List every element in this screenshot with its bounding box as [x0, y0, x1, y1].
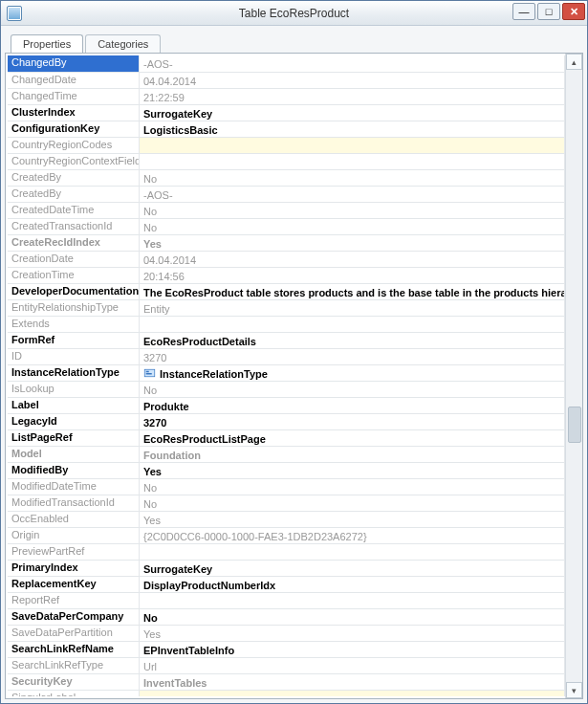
property-value[interactable]: No	[140, 219, 565, 234]
property-row[interactable]: CreatedBy-AOS-	[8, 186, 565, 202]
property-value[interactable]: DisplayProductNumberIdx	[140, 577, 565, 592]
property-row[interactable]: SaveDataPerPartitionYes	[8, 625, 565, 641]
property-row[interactable]: ModifiedByYes	[8, 462, 565, 478]
property-value[interactable]: Entity	[140, 300, 565, 316]
property-value[interactable]: Yes	[140, 626, 565, 641]
property-row[interactable]: SearchLinkRefTypeUrl	[8, 657, 565, 673]
property-value[interactable]: 21:22:59	[140, 89, 565, 104]
property-name: ReplacementKey	[8, 577, 140, 592]
property-value[interactable]: InventTables	[140, 674, 565, 690]
property-row[interactable]: ModifiedDateTimeNo	[8, 478, 565, 495]
property-name: ModifiedDateTime	[8, 479, 140, 495]
property-value[interactable]: EcoResProductListPage	[140, 430, 565, 446]
property-value[interactable]: EPInventTableInfo	[140, 642, 565, 657]
property-value[interactable]: The EcoResProduct table stores products …	[140, 284, 565, 299]
property-row[interactable]: SaveDataPerCompanyNo	[8, 608, 565, 625]
property-row[interactable]: CountryRegionContextField	[8, 153, 565, 169]
tab-label: Categories	[98, 38, 148, 50]
tab-categories[interactable]: Categories	[85, 34, 161, 53]
property-row[interactable]: CreatedDateTimeNo	[8, 202, 565, 218]
property-row[interactable]: IsLookupNo	[8, 381, 565, 397]
property-value[interactable]: Yes	[140, 235, 565, 251]
property-row[interactable]: CreationDate04.04.2014	[8, 251, 565, 267]
maximize-button[interactable]: □	[537, 3, 560, 20]
property-row[interactable]: PrimaryIndexSurrogateKey	[8, 560, 565, 576]
property-value[interactable]: SurrogateKey	[140, 561, 565, 576]
property-row[interactable]: CreatedByNo	[8, 169, 565, 186]
property-value[interactable]: No	[140, 203, 565, 218]
property-row[interactable]: CreatedTransactionIdNo	[8, 218, 565, 234]
property-row[interactable]: LabelProdukte	[8, 397, 565, 413]
property-row[interactable]: CreationTime20:14:56	[8, 267, 565, 283]
scroll-up-button[interactable]: ▴	[566, 54, 582, 70]
property-value[interactable]: {2C0D0CC6-0000-1000-FAE3-1DB2D23A6272}	[140, 528, 565, 543]
property-value[interactable]: 20:14:56	[140, 268, 565, 283]
property-value[interactable]	[140, 317, 565, 332]
property-row[interactable]: ID3270	[8, 348, 565, 364]
property-value[interactable]: 04.04.2014	[140, 252, 565, 267]
property-row[interactable]: ModifiedTransactionIdNo	[8, 495, 565, 511]
property-value[interactable]	[140, 138, 565, 153]
property-value[interactable]: Yes	[140, 512, 565, 527]
property-name: CountryRegionCodes	[8, 138, 140, 153]
scroll-down-button[interactable]: ▾	[566, 682, 582, 698]
close-button[interactable]: ✕	[562, 3, 585, 20]
property-row[interactable]: DeveloperDocumentationThe EcoResProduct …	[8, 283, 565, 299]
property-value[interactable]	[140, 691, 565, 696]
property-row[interactable]: SingularLabel	[8, 690, 565, 696]
property-row[interactable]: ListPageRefEcoResProductListPage	[8, 429, 565, 446]
property-row[interactable]: SearchLinkRefNameEPInventTableInfo	[8, 641, 565, 657]
property-value[interactable]: Url	[140, 658, 565, 673]
vertical-scrollbar[interactable]: ▴ ▾	[565, 54, 582, 698]
property-row[interactable]: ClusterIndexSurrogateKey	[8, 104, 565, 121]
property-row[interactable]: Origin{2C0D0CC6-0000-1000-FAE3-1DB2D23A6…	[8, 527, 565, 543]
property-row[interactable]: LegacyId3270	[8, 413, 565, 429]
property-row[interactable]: ConfigurationKeyLogisticsBasic	[8, 121, 565, 137]
property-name: FormRef	[8, 333, 140, 348]
property-value[interactable]: 04.04.2014	[140, 73, 565, 88]
property-value[interactable]: -AOS-	[140, 187, 565, 202]
property-value[interactable]: Foundation	[140, 447, 565, 462]
property-row[interactable]: PreviewPartRef	[8, 543, 565, 560]
property-value-text: Produkte	[143, 401, 189, 412]
property-value[interactable]	[140, 154, 565, 169]
property-value[interactable]: 3270	[140, 414, 565, 429]
property-value[interactable]	[140, 593, 565, 608]
property-row[interactable]: ChangedTime21:22:59	[8, 88, 565, 104]
property-row[interactable]: ChangedDate04.04.2014	[8, 72, 565, 88]
property-value[interactable]: No	[140, 382, 565, 397]
property-value-text: Url	[143, 661, 157, 672]
property-row[interactable]: CountryRegionCodes	[8, 137, 565, 153]
property-value[interactable]: 3270	[140, 349, 565, 364]
property-value[interactable]: -AOS-	[140, 55, 565, 72]
property-value[interactable]: No	[140, 170, 565, 186]
property-grid[interactable]: ChangedBy-AOS-ChangedDate04.04.2014Chang…	[8, 55, 565, 696]
window-title: Table EcoResProduct	[239, 7, 349, 20]
property-row[interactable]: ReplacementKeyDisplayProductNumberIdx	[8, 576, 565, 592]
property-value[interactable]: Yes	[140, 463, 565, 478]
scroll-thumb[interactable]	[568, 407, 581, 443]
property-row[interactable]: EntityRelationshipTypeEntity	[8, 299, 565, 316]
property-row[interactable]: InstanceRelationTypeInstanceRelationType	[8, 364, 565, 381]
property-row[interactable]: CreateRecIdIndexYes	[8, 234, 565, 251]
property-row[interactable]: Extends	[8, 316, 565, 332]
property-row[interactable]: SecurityKeyInventTables	[8, 673, 565, 690]
property-value[interactable]: InstanceRelationType	[140, 365, 565, 381]
property-value[interactable]: Produkte	[140, 398, 565, 413]
property-row[interactable]: OccEnabledYes	[8, 511, 565, 527]
property-name: SecurityKey	[8, 674, 140, 690]
property-value[interactable]: SurrogateKey	[140, 105, 565, 121]
tab-properties[interactable]: Properties	[11, 34, 83, 53]
property-row[interactable]: ModelFoundation	[8, 446, 565, 462]
minimize-button[interactable]: —	[512, 3, 535, 20]
property-row[interactable]: ReportRef	[8, 592, 565, 608]
property-value[interactable]: EcoResProductDetails	[140, 333, 565, 348]
property-value[interactable]: No	[140, 495, 565, 511]
property-value[interactable]: No	[140, 479, 565, 495]
property-value[interactable]	[140, 544, 565, 560]
property-value[interactable]: LogisticsBasic	[140, 121, 565, 137]
title-bar[interactable]: Table EcoResProduct — □ ✕	[1, 1, 587, 26]
property-value[interactable]: No	[140, 609, 565, 625]
property-row[interactable]: FormRefEcoResProductDetails	[8, 332, 565, 348]
property-row[interactable]: ChangedBy-AOS-	[8, 55, 565, 72]
